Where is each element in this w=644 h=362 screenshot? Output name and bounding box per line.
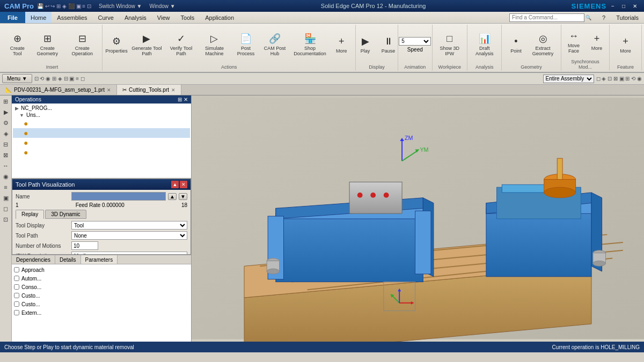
tree-item-op3[interactable]: ● [13, 138, 190, 147]
tree-item-op1[interactable]: ● [13, 119, 190, 128]
sidebar-icon-3[interactable]: ⚙ [1, 118, 11, 128]
tab-cutting-tools-close[interactable]: ✕ [171, 87, 175, 93]
create-operation-icon: ⊟ [78, 33, 86, 45]
ribbon-btn-move-face[interactable]: ↔ Move Face [563, 26, 584, 58]
maximize-button[interactable]: □ [619, 2, 628, 10]
tutorials-btn[interactable]: Tutorials [611, 12, 644, 23]
switch-window-btn[interactable]: Switch Window ▼ [99, 3, 142, 9]
param-autom-checkbox[interactable] [14, 276, 19, 281]
svg-rect-26 [415, 211, 431, 274]
svg-point-32 [593, 261, 606, 266]
svg-point-18 [384, 193, 389, 198]
ribbon-btn-post-process[interactable]: 📄 Post Process [233, 28, 259, 61]
ribbon: ⊕ Create Tool ⊞ Create Geometry ⊟ Create… [0, 24, 644, 73]
tpv-up-btn[interactable]: ▲ [171, 181, 179, 188]
ribbon-btn-more-sync[interactable]: + More [586, 26, 608, 58]
tree-item-op4[interactable]: ● [13, 147, 190, 157]
sidebar-icon-6[interactable]: ⊠ [1, 150, 11, 160]
help-btn[interactable]: ? [597, 12, 611, 23]
menu-analysis[interactable]: Analysis [119, 12, 152, 23]
menu-tools[interactable]: Tools [175, 12, 200, 23]
tree-item-uns[interactable]: ▼ Uns... [13, 112, 190, 119]
param-custo2-checkbox[interactable] [14, 301, 19, 307]
tpv-num-motions-input[interactable] [71, 241, 98, 250]
tpv-ipw-res-select[interactable]: MediumLowHigh [71, 252, 187, 254]
bottom-tab-details[interactable]: Details [55, 255, 81, 264]
tree-item-op2[interactable]: ● [13, 128, 190, 138]
sidebar-icon-5[interactable]: ⊟ [1, 139, 11, 149]
ribbon-btn-create-tool[interactable]: ⊕ Create Tool [5, 28, 29, 61]
tpv-tool-path-row: Tool Path None [16, 231, 187, 240]
tab-cutting-tools[interactable]: ✂ Cutting_Tools.prt ✕ [117, 85, 181, 95]
menu-application[interactable]: Application [200, 12, 239, 23]
tpv-name-input[interactable] [71, 192, 166, 201]
ribbon-btn-shop-documentation[interactable]: 🏪 Shop Documentation [291, 28, 329, 61]
tpv-dialog: Tool Path Visualization ▲ ✕ Name ▲ ▼ 1 F… [12, 179, 191, 255]
sidebar-icon-9[interactable]: ≡ [1, 182, 11, 192]
ribbon-btn-more-actions[interactable]: + More [331, 28, 352, 61]
ribbon-btn-more-feature[interactable]: + More [615, 28, 636, 61]
tpv-tab-replay[interactable]: Replay [16, 210, 44, 219]
ribbon-btn-draft-analysis[interactable]: 📊 Draft Analysis [471, 28, 498, 61]
close-button[interactable]: ✕ [630, 2, 640, 10]
ribbon-btn-properties[interactable]: ⚙ Properties [106, 28, 127, 61]
ribbon-insert-buttons: ⊕ Create Tool ⊞ Create Geometry ⊟ Create… [5, 26, 99, 63]
sidebar-icon-1[interactable]: ⊞ [1, 97, 11, 106]
param-extern-checkbox[interactable] [14, 310, 19, 315]
menu-assemblies[interactable]: Assemblies [52, 12, 92, 23]
ribbon-btn-create-geometry[interactable]: ⊞ Create Geometry [31, 28, 64, 61]
tpv-tab-3d-dynamic[interactable]: 3D Dynamic [45, 210, 86, 219]
param-conso-checkbox[interactable] [14, 284, 19, 290]
sidebar-icon-2[interactable]: ▶ [1, 107, 11, 117]
menu-curve[interactable]: Curve [93, 12, 119, 23]
sidebar-icon-12[interactable]: ⊡ [1, 215, 11, 224]
svg-rect-24 [557, 158, 562, 179]
ribbon-btn-point[interactable]: • Point [505, 28, 526, 61]
assembly-dropdown[interactable]: Entire Assembly [543, 75, 594, 83]
bottom-tab-parameters[interactable]: Parameters [81, 255, 118, 264]
sidebar-icon-7[interactable]: ↔ [1, 161, 11, 171]
bottom-tab-dependencies[interactable]: Dependencies [12, 255, 55, 264]
sidebar-icon-11[interactable]: ◻ [1, 204, 11, 213]
search-input[interactable] [509, 13, 584, 22]
tree-item-ncprog[interactable]: ▶ NC_PROG... [13, 105, 190, 112]
param-custo1-checkbox[interactable] [14, 293, 19, 298]
tpv-tool-path-select[interactable]: None [71, 231, 187, 240]
ribbon-btn-play[interactable]: ▶ Play [355, 28, 376, 61]
ribbon-btn-cam-post-hub[interactable]: 🔗 CAM Post Hub [260, 28, 289, 61]
tab-mfg-setup-icon: 📐 [5, 87, 12, 93]
param-item-approach: Approach [14, 265, 189, 274]
sidebar-icon-10[interactable]: ▣ [1, 193, 11, 203]
tpv-name-row: Name ▲ ▼ [16, 192, 187, 201]
tpv-tool-display-select[interactable]: ToolNone [71, 221, 187, 230]
ribbon-btn-pause[interactable]: ⏸ Pause [378, 28, 399, 61]
menu-view[interactable]: View [152, 12, 175, 23]
menu-file[interactable]: File [0, 12, 25, 23]
speed-dropdown[interactable]: 5110 [399, 37, 431, 46]
tpv-name-up-btn[interactable]: ▲ [168, 193, 177, 200]
ribbon-btn-generate-tool-path[interactable]: ▶ Generate Tool Path [129, 28, 165, 61]
ribbon-btn-show-3d-ipw[interactable]: □ Show 3D IPW [436, 28, 464, 61]
show-3d-ipw-icon: □ [447, 33, 452, 45]
tpv-name-down-btn[interactable]: ▼ [179, 193, 187, 200]
menu-dropdown-btn[interactable]: Menu ▼ [2, 74, 32, 83]
ribbon-btn-create-operation[interactable]: ⊟ Create Operation [65, 28, 99, 61]
param-approach-checkbox[interactable] [14, 267, 19, 272]
viewport[interactable]: ZM YM [192, 95, 644, 342]
tab-mfg-setup[interactable]: 📐 PDV-00231_A-MFG_asm_setup_1.prt ✕ [0, 85, 117, 95]
tab-mfg-close[interactable]: ✕ [107, 87, 111, 93]
svg-rect-7 [276, 213, 423, 282]
move-face-icon: ↔ [569, 31, 579, 42]
menu-home[interactable]: Home [25, 12, 52, 23]
ribbon-group-insert: ⊕ Create Tool ⊞ Create Geometry ⊟ Create… [2, 25, 103, 71]
sidebar-icon-4[interactable]: ◈ [1, 129, 11, 138]
op2-icon: ● [24, 129, 28, 137]
ribbon-btn-extract-geometry[interactable]: ◎ Extract Geometry [528, 28, 557, 61]
minimize-button[interactable]: − [609, 2, 617, 10]
ribbon-btn-simulate-machine[interactable]: ▷ Simulate Machine [197, 28, 231, 61]
window-btn[interactable]: Window ▼ [149, 3, 175, 9]
ribbon-group-sync-mod: ↔ Move Face + More Synchronous Mod... [561, 25, 610, 71]
tpv-close-btn[interactable]: ✕ [180, 181, 187, 188]
ribbon-btn-verify-tool-path[interactable]: ✓ Verify Tool Path [166, 28, 196, 61]
sidebar-icon-8[interactable]: ◉ [1, 172, 11, 181]
